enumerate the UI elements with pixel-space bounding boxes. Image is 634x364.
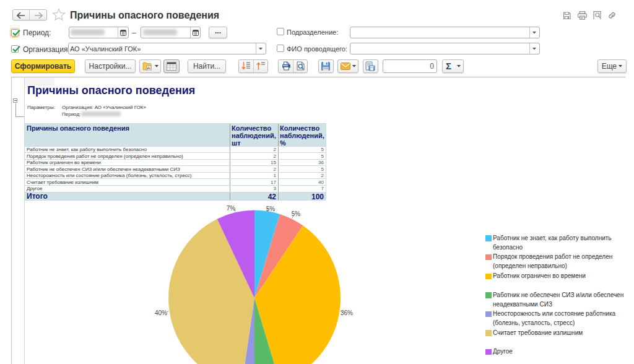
svg-text:5%: 5% [266,206,276,212]
svg-text:5%: 5% [292,210,301,217]
svg-text:36%: 36% [341,310,353,316]
svg-text:40%: 40% [155,310,167,316]
svg-text:7%: 7% [227,205,236,212]
